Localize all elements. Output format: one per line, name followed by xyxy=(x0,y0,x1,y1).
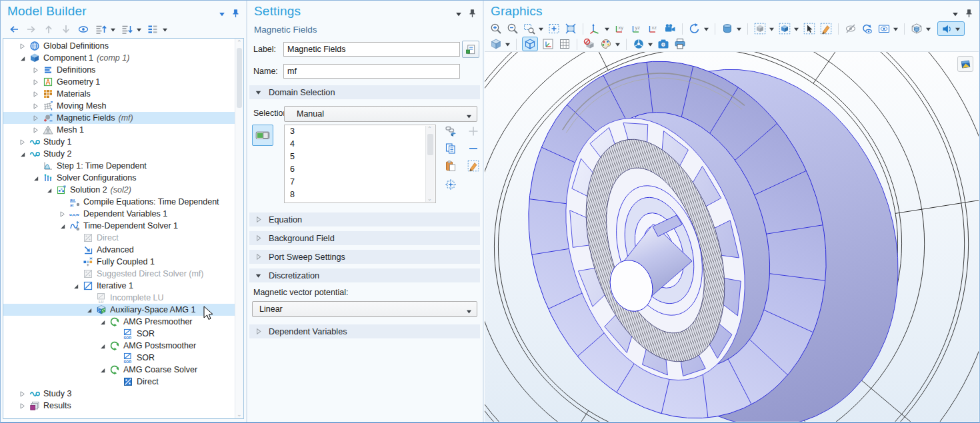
pin-icon[interactable] xyxy=(467,9,477,19)
expander-icon[interactable] xyxy=(97,364,107,375)
tree-item-amg-postsmoother[interactable]: AMG Postsmoother xyxy=(3,340,235,352)
zoom-box-button[interactable] xyxy=(523,22,536,35)
tree-item-sor-2[interactable]: SOR xyxy=(3,352,235,364)
section-background-field[interactable]: Background Field xyxy=(249,231,480,245)
forward-button[interactable] xyxy=(25,23,38,36)
expander-icon[interactable] xyxy=(83,304,94,315)
collapse-all-button[interactable] xyxy=(94,23,107,36)
tree-item-iterative-1[interactable]: Iterative 1 xyxy=(3,280,235,292)
tree-item-sor-1[interactable]: SOR xyxy=(3,328,235,340)
tree-item-incomplete-lu[interactable]: Incomplete LU xyxy=(3,292,235,304)
expander-icon[interactable] xyxy=(30,173,41,183)
zoom-to-selection-button[interactable] xyxy=(564,22,577,35)
expander-icon[interactable] xyxy=(30,77,41,87)
remove-from-selection-button[interactable] xyxy=(467,142,480,155)
select-object-caret-icon[interactable] xyxy=(793,26,799,32)
tree-item-materials[interactable]: Materials xyxy=(3,88,235,100)
tree-item-geometry-1[interactable]: Geometry 1 xyxy=(3,76,235,88)
section-equation[interactable]: Equation xyxy=(249,212,480,226)
add-to-selection-button[interactable] xyxy=(467,125,480,138)
list-item[interactable]: 4 xyxy=(285,138,435,151)
tree-item-study-1[interactable]: Study 1 xyxy=(3,136,235,148)
node-text-caret-icon[interactable] xyxy=(162,27,168,33)
environment-button[interactable] xyxy=(910,22,923,35)
expander-icon[interactable] xyxy=(17,53,27,63)
scroll-down-icon[interactable]: ⌄ xyxy=(237,411,242,418)
expander-icon[interactable] xyxy=(97,340,107,351)
zoom-to-selection-button[interactable] xyxy=(444,178,457,191)
expander-icon[interactable] xyxy=(17,41,27,51)
create-selection-button[interactable] xyxy=(444,125,457,138)
transparency-caret-icon[interactable] xyxy=(505,41,511,47)
expander-icon[interactable] xyxy=(43,185,54,195)
expander-icon[interactable] xyxy=(17,400,27,411)
select-box-button[interactable] xyxy=(803,22,816,35)
tree-item-direct-disabled[interactable]: Direct xyxy=(3,232,235,244)
expander-icon[interactable] xyxy=(30,113,41,123)
name-input[interactable] xyxy=(283,64,460,79)
tree-item-step-1-time-dependent[interactable]: Step 1: Time Dependent xyxy=(3,160,235,172)
scrollbar-thumb[interactable] xyxy=(237,48,242,108)
sound-button[interactable] xyxy=(937,21,965,36)
expander-icon[interactable] xyxy=(30,65,41,75)
expand-all-button[interactable] xyxy=(120,23,133,36)
scroll-up-icon[interactable]: ⌃ xyxy=(237,39,242,46)
list-scrollbar[interactable]: ⌃⌄ xyxy=(425,126,435,202)
copy-selection-button[interactable] xyxy=(444,142,457,155)
collapse-all-caret-icon[interactable] xyxy=(110,27,116,33)
node-text-button[interactable] xyxy=(146,23,159,36)
reset-hiding-button[interactable] xyxy=(861,22,874,35)
paste-selection-button[interactable] xyxy=(444,159,457,173)
section-domain-selection[interactable]: Domain Selection xyxy=(249,85,480,99)
panel-menu-icon[interactable] xyxy=(952,11,959,17)
tree-item-amg-presmoother[interactable]: AMG Presmoother xyxy=(3,316,235,328)
tree-item-time-dependent-solver-1[interactable]: Time-Dependent Solver 1 xyxy=(3,220,235,232)
rename-button[interactable] xyxy=(462,41,479,58)
selection-dropdown[interactable]: Manual xyxy=(284,106,477,122)
pin-icon[interactable] xyxy=(964,9,974,19)
back-button[interactable] xyxy=(7,23,21,36)
tree-item-direct-coarse[interactable]: Direct xyxy=(3,376,235,388)
expand-all-caret-icon[interactable] xyxy=(136,27,142,33)
list-item[interactable]: 5 xyxy=(285,151,435,163)
zoom-extents-button[interactable] xyxy=(547,22,561,35)
view-xy-button[interactable]: xy xyxy=(613,22,627,35)
snapshot-button[interactable] xyxy=(657,37,670,51)
projection-caret-icon[interactable] xyxy=(736,26,742,32)
print-button[interactable] xyxy=(673,37,687,51)
tree-scrollbar[interactable]: ⌃ ⌄ xyxy=(235,39,243,418)
rotate-view-caret-icon[interactable] xyxy=(703,26,709,32)
section-discretization[interactable]: Discretization xyxy=(249,268,480,282)
expander-icon[interactable] xyxy=(30,89,41,99)
image-effects-button[interactable] xyxy=(632,37,645,51)
list-item[interactable]: 3 xyxy=(285,125,435,138)
tree-item-study-2[interactable]: Study 2 xyxy=(3,148,235,160)
view-camera-button[interactable] xyxy=(663,22,677,35)
tree-item-results[interactable]: Results xyxy=(3,400,235,412)
tree-item-auxiliary-space-amg-1[interactable]: Auxiliary-Space AMG 1 xyxy=(3,304,235,316)
tree-item-advanced[interactable]: Advanced xyxy=(3,244,235,256)
tree-item-study-3[interactable]: Study 3 xyxy=(3,388,235,400)
tree-item-dependent-variables-1[interactable]: Dependent Variables 1 xyxy=(3,208,235,220)
panel-menu-icon[interactable] xyxy=(455,11,462,17)
tree-item-global-definitions[interactable]: Global Definitions xyxy=(3,40,235,52)
tree-item-moving-mesh[interactable]: Moving Mesh xyxy=(3,100,235,112)
show-button[interactable] xyxy=(77,23,90,36)
pin-icon[interactable] xyxy=(231,9,241,19)
view-yz-button[interactable]: yz xyxy=(630,22,643,35)
hide-objects-button[interactable] xyxy=(583,37,596,51)
tree-item-fully-coupled-1[interactable]: Fully Coupled 1 xyxy=(3,256,235,268)
tree-item-suggested-direct-solver[interactable]: Suggested Direct Solver (mf) xyxy=(3,268,235,280)
section-port-sweep-settings[interactable]: Port Sweep Settings xyxy=(249,250,480,264)
rotate-view-button[interactable] xyxy=(688,22,701,35)
expander-icon[interactable] xyxy=(17,137,27,147)
color-palette-caret-icon[interactable] xyxy=(615,41,621,47)
environment-caret-icon[interactable] xyxy=(925,26,931,32)
projection-button[interactable] xyxy=(721,22,734,35)
select-object-button[interactable] xyxy=(778,22,791,35)
go-to-view-button[interactable] xyxy=(589,22,602,35)
tree-item-solution-2[interactable]: Solution 2(sol2) xyxy=(3,184,235,196)
scene-thumbnail-button[interactable] xyxy=(957,56,973,72)
active-selection-toggle[interactable] xyxy=(252,125,273,146)
wireframe-rendering-button[interactable] xyxy=(522,37,538,51)
